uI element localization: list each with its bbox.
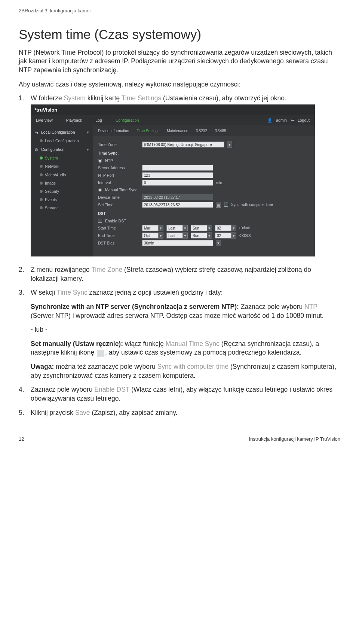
keyword-time-zone: Time Zone	[91, 266, 122, 273]
checkbox-sync-pc[interactable]	[224, 203, 228, 207]
input-set-time[interactable]: 2013-03-22T13:26:52	[142, 202, 213, 208]
keyword-sync-computer: Sync with computer time	[157, 363, 228, 370]
chevron-down-icon[interactable]: ▾	[227, 142, 232, 148]
sidebar-item-network[interactable]: Network	[31, 162, 93, 170]
step-3: 3. W sekcji Time Sync zaznacz jedną z op…	[19, 288, 340, 380]
step-2: 2. Z menu rozwijanego Time Zone (Strefa …	[19, 265, 340, 283]
label-timezone: Time Zone	[98, 142, 139, 147]
step-5: 5. Kliknij przycisk Save (Zapisz), aby z…	[19, 408, 340, 417]
text: Zaznacz pole wyboru	[31, 386, 94, 393]
chevron-down-icon[interactable]: ▾	[182, 225, 188, 231]
sidebar-item-image[interactable]: Image	[31, 179, 93, 187]
tab-configuration[interactable]: Configuration	[116, 118, 139, 123]
subtab-rs485[interactable]: RS485	[215, 128, 226, 134]
chevron-down-icon[interactable]: ▾	[158, 225, 163, 231]
chevron-down-icon[interactable]: ▾	[207, 225, 212, 231]
select-timezone[interactable]: (GMT+08:00) Beijing, Urumqi, Singapore	[142, 142, 224, 148]
user-name: admin	[276, 118, 287, 123]
select-start-day[interactable]: Sun	[191, 225, 207, 231]
text: (Serwer NTP) i wprowadź adres serwera NT…	[31, 312, 324, 319]
tab-playback[interactable]: Playback	[66, 118, 82, 123]
select-end-day[interactable]: Sun	[191, 233, 207, 239]
unit-oclock: o'clock	[239, 225, 251, 231]
sidebar-item-storage[interactable]: Storage	[31, 204, 93, 212]
text: W sekcji	[31, 289, 57, 296]
select-dst-bias[interactable]: 30min	[142, 240, 213, 246]
label-manual-sync: Manual Time Sync.	[105, 187, 138, 192]
label-ntp: NTP	[105, 158, 113, 163]
label-end-time: End Time	[98, 233, 139, 238]
text: , aby ustawić czas systemowy za pomocą p…	[105, 349, 301, 356]
chevron-down-icon[interactable]: ▾	[216, 240, 221, 246]
subtab-rs232[interactable]: RS232	[196, 128, 207, 134]
gear-icon: ⚙	[34, 147, 39, 152]
page-footer: 12 Instrukcja konfiguracji kamery IP Tru…	[19, 436, 340, 443]
text: Kliknij przycisk	[31, 409, 75, 416]
text: Zaznacz pole wyboru	[239, 303, 304, 310]
text: włącz funkcję	[123, 340, 166, 347]
tab-log[interactable]: Log	[95, 118, 102, 123]
input-server-address[interactable]	[142, 165, 213, 171]
sidebar-group-configuration[interactable]: ⚙ Configuration ▾	[31, 145, 93, 154]
select-end-week[interactable]: Last	[166, 233, 183, 239]
sidebar-item-events[interactable]: Events	[31, 195, 93, 204]
sidebar-item-video[interactable]: Video/Audio	[31, 171, 93, 179]
input-ntp-port[interactable]: 123	[142, 172, 213, 178]
text: (Zapisz), aby zapisać zmiany.	[90, 409, 178, 416]
sidebar-group-local[interactable]: 🗀 Local Configuration ▾	[31, 128, 93, 137]
input-interval[interactable]: 0	[142, 180, 213, 186]
keyword-time-sync: Time Sync	[57, 289, 88, 296]
unit-oclock: o'clock	[239, 233, 251, 238]
chevron-down-icon[interactable]: ▾	[207, 233, 212, 239]
label-ntp-port: NTP Port	[98, 173, 139, 178]
brand-logo: °truVision	[31, 104, 315, 116]
checkbox-enable-dst[interactable]	[98, 219, 102, 223]
select-start-week[interactable]: Last	[166, 225, 183, 231]
page-title: System time (Czas systemowy)	[19, 25, 340, 43]
select-start-month[interactable]: Mar	[142, 225, 159, 231]
keyword-save: Save	[75, 409, 90, 416]
radio-ntp[interactable]	[98, 159, 102, 163]
radio-manual-sync[interactable]	[98, 188, 102, 192]
top-nav: Live View Playback Log Configuration 👤 a…	[31, 115, 315, 125]
label-start-time: Start Time	[98, 225, 139, 231]
text: kliknij kartę	[86, 94, 122, 102]
sidebar-item-system[interactable]: System	[31, 154, 93, 162]
chevron-down-icon[interactable]: ▾	[231, 233, 236, 239]
folder-icon: 🗀	[34, 130, 39, 134]
label-enable-dst: Enable DST	[105, 218, 126, 224]
chevron-down-icon[interactable]: ▾	[231, 225, 236, 231]
page-number: 12	[19, 436, 24, 443]
chevron-down-icon[interactable]: ▾	[158, 233, 163, 239]
step-3-manual: Set manually (Ustaw ręcznie): włącz funk…	[31, 340, 340, 357]
label-interval: Interval	[98, 180, 139, 185]
keyword-enable-dst: Enable DST	[94, 386, 129, 393]
subtab-maintenance[interactable]: Maintenance	[167, 128, 188, 134]
select-end-hour[interactable]: 02	[215, 233, 231, 239]
text: (Ustawienia czasu), aby otworzyć jej okn…	[161, 94, 286, 102]
calendar-icon[interactable]: ▦	[216, 202, 221, 208]
main-panel: Device Information Time Settings Mainten…	[93, 125, 315, 256]
text: zaznacz jedną z opcji ustawień godziny i…	[88, 289, 223, 296]
chevron-down-icon[interactable]: ▾	[182, 233, 188, 239]
logout-link[interactable]: Logout	[298, 118, 310, 123]
step-4: 4. Zaznacz pole wyboru Enable DST (Włącz…	[19, 385, 340, 403]
sidebar-item-local-config[interactable]: Local Configuration	[31, 137, 93, 145]
sidebar-item-security[interactable]: Security	[31, 187, 93, 195]
text: Z menu rozwijanego	[31, 266, 91, 273]
subtab-device-info[interactable]: Device Information	[98, 128, 129, 134]
label-dst-bias: DST Bias	[98, 240, 139, 246]
note-label: Uwaga:	[31, 363, 54, 370]
screenshot-panel: °truVision Live View Playback Log Config…	[31, 104, 315, 256]
logout-icon: ↪	[291, 118, 294, 123]
subtab-time-settings[interactable]: Time Settings	[136, 128, 159, 134]
keyword-system: System	[64, 94, 86, 102]
keyword-manual-time-sync: Manual Time Sync	[166, 340, 220, 347]
sub-tabs: Device Information Time Settings Mainten…	[93, 125, 315, 137]
tab-live-view[interactable]: Live View	[36, 118, 53, 123]
chevron-down-icon: ▾	[87, 147, 89, 152]
select-start-hour[interactable]: 02	[215, 225, 231, 231]
select-end-month[interactable]: Oct	[142, 233, 159, 239]
unit-min: min.	[216, 180, 223, 186]
sidebar: 🗀 Local Configuration ▾ Local Configurat…	[31, 125, 93, 256]
